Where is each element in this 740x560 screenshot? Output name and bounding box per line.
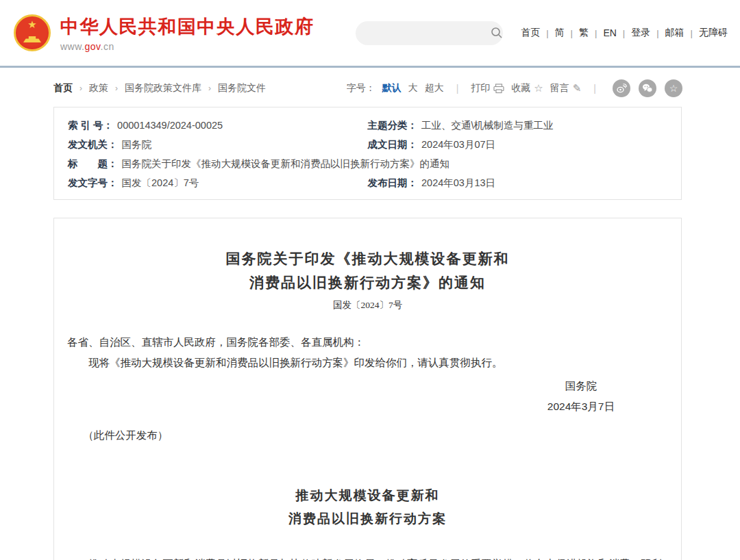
- print-label: 打印: [471, 82, 490, 94]
- share-buttons: ☆: [613, 79, 682, 97]
- search-input[interactable]: [367, 27, 491, 38]
- star-icon: ☆: [669, 84, 678, 93]
- weibo-share-icon[interactable]: [613, 79, 630, 97]
- meta-written-date-value: 2024年03月07日: [421, 135, 495, 154]
- toolbar-divider: |: [456, 83, 459, 94]
- meta-topic-label: 主题分类：: [368, 116, 418, 135]
- paragraph-2: 推动大规模设备更新和消费品以旧换新是加快构建新发展格局、推动高质量发展的重要举措…: [67, 553, 668, 560]
- meta-topic-row: 主题分类： 工业、交通\机械制造与重工业: [368, 116, 668, 135]
- sign-date: 2024年3月7日: [547, 396, 615, 417]
- font-size-xlarge-button[interactable]: 超大: [425, 82, 444, 94]
- document-meta-panel: 索 引 号： 000014349/2024-00025 主题分类： 工业、交通\…: [53, 107, 682, 200]
- comment-button[interactable]: 留言 ✎: [550, 82, 582, 94]
- document-title-line2: 消费品以旧换新行动方案》的通知: [249, 275, 486, 291]
- printer-icon: [493, 84, 504, 94]
- link-separator: |: [656, 28, 658, 38]
- search-bar: [356, 21, 503, 45]
- salutation: 各省、自治区、直辖市人民政府，国务院各部委、各直属机构：: [67, 332, 668, 353]
- font-size-label: 字号：: [347, 82, 375, 94]
- meta-issuer-value: 国务院: [122, 135, 152, 154]
- site-url-gov: gov: [84, 41, 100, 52]
- link-separator: |: [546, 28, 548, 38]
- plan-title-line2: 消费品以旧换新行动方案: [288, 511, 447, 526]
- meta-publish-date-label: 发布日期：: [368, 173, 418, 192]
- meta-title-label: 标 题：: [68, 154, 118, 173]
- breadcrumb: 首页 › 政策 › 国务院政策文件库 › 国务院文件: [53, 82, 266, 94]
- breadcrumb-separator: ›: [208, 84, 211, 93]
- signer: 国务院: [547, 376, 615, 396]
- collect-label: 收藏: [511, 82, 530, 94]
- public-release-note: （此件公开发布）: [67, 425, 668, 446]
- plan-title: 推动大规模设备更新和 消费品以旧换新行动方案: [67, 484, 668, 531]
- document-number: 国发〔2024〕7号: [67, 299, 668, 311]
- top-link-english[interactable]: EN: [603, 27, 616, 38]
- site-url-www: www.: [60, 41, 84, 52]
- site-title[interactable]: 中华人民共和国中央人民政府: [60, 14, 314, 39]
- meta-index-label: 索 引 号：: [68, 116, 113, 135]
- meta-written-date-row: 成文日期： 2024年03月07日: [368, 135, 668, 154]
- plan-title-line1: 推动大规模设备更新和: [296, 488, 440, 502]
- collect-button[interactable]: 收藏 ☆: [511, 82, 543, 94]
- link-separator: |: [595, 28, 597, 38]
- meta-publish-date-value: 2024年03月13日: [421, 173, 495, 192]
- meta-title-row: 标 题： 国务院关于印发《推动大规模设备更新和消费品以旧换新行动方案》的通知: [68, 154, 667, 173]
- top-link-simplified[interactable]: 简: [555, 27, 565, 39]
- meta-issuer-row: 发文机关： 国务院: [68, 135, 368, 154]
- meta-doc-number-label: 发文字号：: [68, 173, 118, 192]
- star-icon: ☆: [534, 82, 543, 94]
- pencil-icon: ✎: [573, 82, 582, 94]
- meta-index-row: 索 引 号： 000014349/2024-00025: [68, 116, 368, 135]
- document-title-line1: 国务院关于印发《推动大规模设备更新和: [226, 251, 510, 267]
- font-size-default-button[interactable]: 默认: [382, 82, 402, 94]
- font-size-large-button[interactable]: 大: [408, 82, 418, 94]
- toolbar-divider: |: [593, 83, 596, 94]
- meta-publish-date-row: 发布日期： 2024年03月13日: [368, 173, 668, 192]
- search-icon[interactable]: [491, 27, 503, 39]
- breadcrumb-state-council-docs[interactable]: 国务院文件: [218, 82, 266, 94]
- top-link-login[interactable]: 登录: [631, 27, 650, 39]
- site-branding: ★ 中华人民共和国中央人民政府 www.gov.cn: [14, 14, 314, 52]
- document-toolbar: 字号： 默认 大 超大 | 打印 收藏 ☆ 留言 ✎ | ☆: [347, 79, 682, 97]
- subheader: 首页 › 政策 › 国务院政策文件库 › 国务院文件 字号： 默认 大 超大 |…: [0, 68, 740, 105]
- breadcrumb-separator: ›: [115, 84, 118, 93]
- breadcrumb-policy-library[interactable]: 国务院政策文件库: [125, 82, 201, 94]
- site-url: www.gov.cn: [60, 41, 314, 52]
- link-separator: |: [571, 28, 573, 38]
- print-button[interactable]: 打印: [471, 82, 504, 94]
- meta-issuer-label: 发文机关：: [68, 135, 118, 154]
- breadcrumb-separator: ›: [79, 84, 82, 93]
- favorite-share-icon[interactable]: ☆: [665, 79, 682, 97]
- paragraph-1: 现将《推动大规模设备更新和消费品以旧换新行动方案》印发给你们，请认真贯彻执行。: [67, 353, 668, 373]
- top-nav: 首页| 简| 繁| EN| 登录| 邮箱| 无障碍: [521, 27, 728, 39]
- link-separator: |: [623, 28, 625, 38]
- top-link-home[interactable]: 首页: [521, 27, 540, 39]
- signature-block: 国务院 2024年3月7日: [67, 376, 668, 417]
- top-link-mailbox[interactable]: 邮箱: [665, 27, 684, 39]
- document-body-panel: 国务院关于印发《推动大规模设备更新和 消费品以旧换新行动方案》的通知 国发〔20…: [53, 218, 682, 560]
- wechat-share-icon[interactable]: [639, 79, 656, 97]
- meta-index-value: 000014349/2024-00025: [117, 116, 223, 135]
- breadcrumb-home[interactable]: 首页: [53, 82, 73, 94]
- meta-written-date-label: 成文日期：: [368, 135, 418, 154]
- comment-label: 留言: [550, 82, 569, 94]
- site-url-cn: .cn: [101, 41, 114, 52]
- emblem-gate-icon: [23, 36, 41, 42]
- meta-doc-number-value: 国发〔2024〕7号: [122, 173, 199, 192]
- meta-title-value: 国务院关于印发《推动大规模设备更新和消费品以旧换新行动方案》的通知: [122, 154, 450, 173]
- meta-doc-number-row: 发文字号： 国发〔2024〕7号: [68, 173, 368, 192]
- document-title: 国务院关于印发《推动大规模设备更新和 消费品以旧换新行动方案》的通知: [67, 247, 668, 294]
- national-emblem-logo[interactable]: ★: [14, 14, 51, 51]
- link-separator: |: [691, 28, 693, 38]
- emblem-star-icon: ★: [27, 19, 36, 29]
- top-link-accessibility[interactable]: 无障碍: [699, 27, 728, 39]
- site-header: ★ 中华人民共和国中央人民政府 www.gov.cn 首页| 简| 繁| EN|…: [0, 0, 740, 68]
- breadcrumb-policy[interactable]: 政策: [89, 82, 108, 94]
- meta-topic-value: 工业、交通\机械制造与重工业: [421, 116, 554, 135]
- top-link-traditional[interactable]: 繁: [579, 27, 589, 39]
